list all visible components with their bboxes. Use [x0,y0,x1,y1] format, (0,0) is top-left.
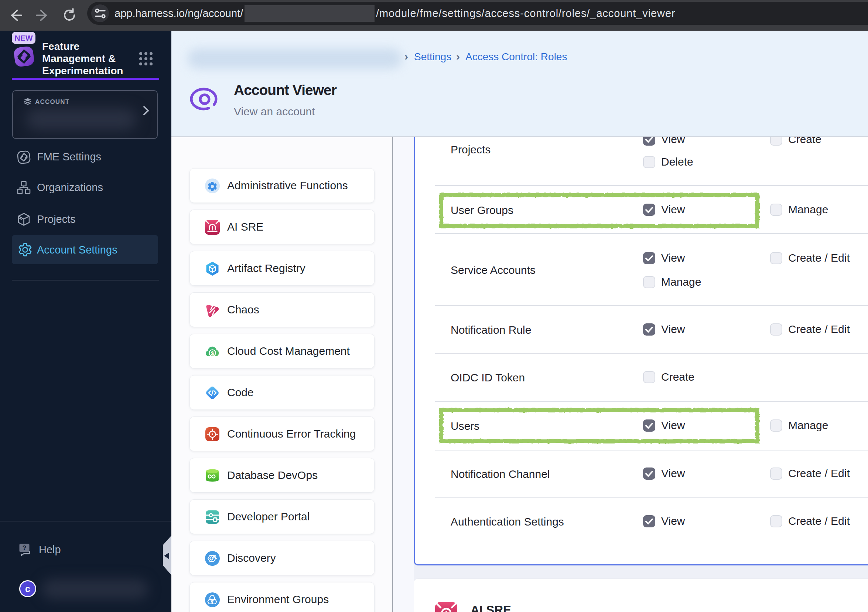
svg-text:?: ? [23,544,26,551]
svg-text:$: $ [211,350,214,356]
